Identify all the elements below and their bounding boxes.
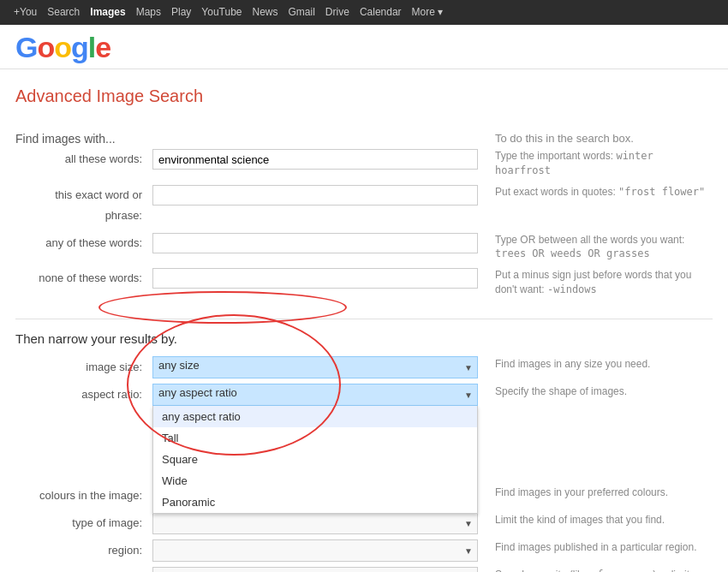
image-size-hint: Find images in any size you need. [478,356,713,372]
site-domain-input[interactable] [152,567,478,572]
any-words-label: any of these words: [15,233,152,253]
nav-calendar[interactable]: Calendar [355,0,407,25]
image-size-row: image size: any size ▼ Find images in an… [15,356,713,378]
all-words-hint: Type the important words: winter hoarfro… [478,149,713,178]
site-domain-select-wrap [152,567,478,572]
nav-drive[interactable]: Drive [320,0,355,25]
aspect-ratio-select[interactable]: any aspect ratio [152,384,478,406]
nav-search[interactable]: Search [42,0,85,25]
find-images-header: Find images with... [15,132,116,146]
exact-phrase-row: this exact word or phrase: Put exact wor… [15,185,713,226]
aspect-ratio-select-wrap: any aspect ratio ▼ any aspect ratio Tall… [152,384,478,406]
aspect-ratio-option-panoramic[interactable]: Panoramic [153,492,477,513]
to-do-header: To do this in the search box. [495,132,634,145]
none-words-row: none of these words: Put a minus sign ju… [15,268,713,297]
all-words-field [152,149,478,170]
image-size-select[interactable]: any size [152,356,478,378]
any-words-hint: Type OR between all the words you want: … [478,233,713,262]
any-words-row: any of these words: Type OR between all … [15,233,713,262]
top-navigation: +You Search Images Maps Play YouTube New… [0,0,728,25]
nav-plus-you[interactable]: +You [9,0,42,25]
site-domain-hint: Search one site (like sfmoma.org) or lim… [478,567,713,572]
region-hint: Find images published in a particular re… [478,539,713,555]
region-select-wrap: ▼ [152,539,478,562]
type-of-image-select-wrap: ▼ [152,512,478,534]
region-label: region: [15,539,152,562]
image-size-label: image size: [15,356,152,378]
any-words-input[interactable] [152,233,478,253]
exact-phrase-hint: Put exact words in quotes: "frost flower… [478,185,713,200]
nav-more[interactable]: More ▾ [407,0,449,25]
aspect-ratio-dropdown-list: any aspect ratio Tall Square Wide Panora… [152,406,478,514]
aspect-ratio-option-wide[interactable]: Wide [153,470,477,492]
none-words-hint: Put a minus sign just before words that … [478,268,713,297]
site-domain-label: site or domain: [15,567,152,572]
site-domain-row: site or domain: Search one site (like sf… [15,567,713,572]
aspect-ratio-option-tall[interactable]: Tall [153,427,477,449]
type-of-image-row: type of image: ▼ Limit the kind of image… [15,512,713,534]
google-logo: Google [15,33,110,62]
type-of-image-label: type of image: [15,512,152,534]
aspect-ratio-label: aspect ratio: [15,384,152,406]
type-of-image-hint: Limit the kind of images that you find. [478,512,713,527]
aspect-ratio-hint: Specify the shape of images. [478,384,713,399]
image-size-select-wrap: any size ▼ [152,356,478,378]
nav-news[interactable]: News [248,0,283,25]
exact-phrase-label: this exact word or phrase: [15,185,152,226]
region-row: region: ▼ Find images published in a par… [15,539,713,562]
aspect-ratio-option-any[interactable]: any aspect ratio [153,406,477,427]
main-content: Advanced Image Search Find images with..… [0,69,728,572]
aspect-ratio-row: aspect ratio: any aspect ratio ▼ any asp… [15,384,713,406]
colours-hint: Find images in your preferred colours. [478,485,713,500]
all-words-input[interactable] [152,149,478,170]
aspect-ratio-option-square[interactable]: Square [153,449,477,470]
narrow-results-title: Then narrow your results by. [15,331,713,346]
all-words-label: all these words: [15,149,152,170]
nav-gmail[interactable]: Gmail [283,0,320,25]
site-header: Google [0,25,728,69]
exact-phrase-field [152,185,478,206]
all-words-row: all these words: Type the important word… [15,149,713,178]
keyword-fields: all these words: Type the important word… [15,149,713,297]
none-words-label: none of these words: [15,268,152,289]
nav-youtube[interactable]: YouTube [196,0,247,25]
nav-images[interactable]: Images [85,0,130,25]
nav-play[interactable]: Play [166,0,196,25]
any-words-field [152,233,478,253]
region-select[interactable] [152,539,478,562]
exact-phrase-input[interactable] [152,185,478,206]
column-headers: Find images with... To do this in the se… [15,132,713,146]
colours-label: colours in the image: [15,485,152,507]
type-of-image-select[interactable] [152,512,478,534]
nav-maps[interactable]: Maps [131,0,166,25]
none-words-input[interactable] [152,268,478,289]
page-title: Advanced Image Search [15,86,713,106]
none-words-field [152,268,478,289]
